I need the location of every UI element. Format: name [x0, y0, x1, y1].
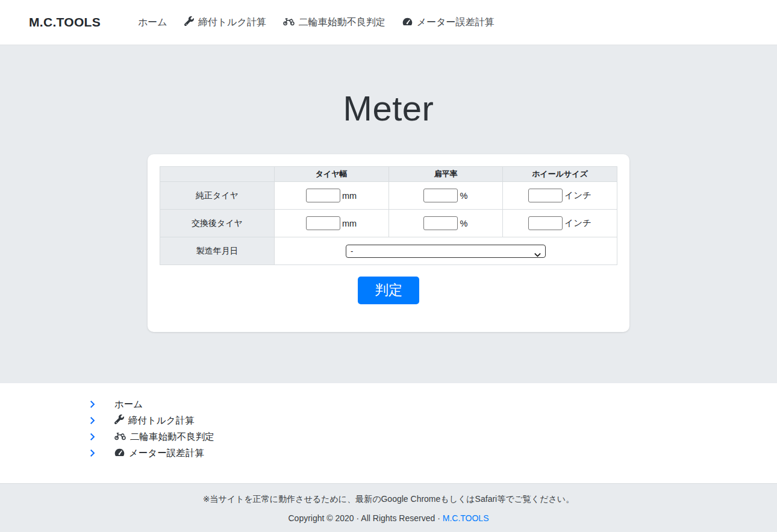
footer-nav-item-motorcycle-check: 二輪車始動不良判定: [90, 429, 777, 445]
header-aspect-ratio: 扁平率: [388, 167, 503, 182]
unit-label: インチ: [564, 190, 591, 201]
footer-nav-list: ホーム 締付トルク計算 二輪車始動不良判定: [0, 396, 777, 462]
bottom-footer: ※当サイトを正常に動作させるために、最新のGoogle ChromeもしくはSa…: [0, 483, 777, 532]
footer-nav-item-meter: メーター誤差計算: [90, 445, 777, 462]
copyright-brand-link[interactable]: M.C.TOOLS: [443, 513, 489, 523]
unit-label: %: [460, 219, 467, 228]
nav-item-torque[interactable]: 締付トルク計算: [184, 16, 266, 29]
footer-link-meter[interactable]: メーター誤差計算: [114, 447, 204, 460]
motorcycle-icon: [114, 431, 126, 443]
copyright-text: Copyright © 2020 · All Rights Reserved ·: [289, 513, 443, 523]
nav-item-label: 二輪車始動不良判定: [299, 16, 385, 29]
footer-nav-section: ホーム 締付トルク計算 二輪車始動不良判定: [0, 383, 777, 483]
header-wheel-size: ホイールサイズ: [503, 167, 617, 182]
row-label-replacement-tire: 交換後タイヤ: [160, 210, 275, 237]
hero-section: Meter タイヤ幅 扁平率 ホイールサイズ 純正タイヤ mm: [0, 45, 777, 383]
footer-link-torque[interactable]: 締付トルク計算: [114, 415, 195, 427]
replacement-tire-width-input[interactable]: [306, 216, 340, 230]
angle-right-icon: [90, 417, 114, 424]
table-row-manufacture-date: 製造年月日 -: [160, 237, 617, 265]
tire-spec-table: タイヤ幅 扁平率 ホイールサイズ 純正タイヤ mm: [160, 166, 617, 265]
unit-label: mm: [342, 191, 357, 201]
unit-label: インチ: [564, 217, 591, 229]
header-empty-cell: [160, 167, 275, 182]
wrench-icon: [114, 415, 124, 427]
nav-item-label: ホーム: [138, 16, 167, 29]
manufacture-date-select-wrap: -: [346, 245, 546, 258]
footer-link-home[interactable]: ホーム: [114, 398, 143, 411]
angle-right-icon: [90, 401, 114, 408]
unit-label: mm: [342, 219, 357, 228]
nav-item-label: メーター誤差計算: [417, 16, 495, 29]
stock-tire-aspect-input[interactable]: [423, 189, 458, 202]
stock-tire-width-input[interactable]: [306, 189, 340, 202]
browser-notice: ※当サイトを正常に動作させるために、最新のGoogle ChromeもしくはSa…: [0, 494, 777, 505]
unit-label: %: [460, 191, 467, 201]
footer-nav-item-torque: 締付トルク計算: [90, 413, 777, 429]
tachometer-icon: [402, 17, 413, 28]
tachometer-icon: [114, 448, 125, 459]
footer-link-motorcycle-check[interactable]: 二輪車始動不良判定: [114, 431, 214, 443]
header-tire-width: タイヤ幅: [274, 167, 388, 182]
replacement-wheel-size-input[interactable]: [528, 216, 563, 230]
table-row-stock-tire: 純正タイヤ mm %: [160, 182, 617, 210]
table-row-replacement-tire: 交換後タイヤ mm %: [160, 210, 617, 237]
meter-form-card: タイヤ幅 扁平率 ホイールサイズ 純正タイヤ mm: [148, 154, 629, 332]
nav-item-label: 締付トルク計算: [198, 16, 266, 29]
angle-right-icon: [90, 433, 114, 440]
replacement-tire-aspect-input[interactable]: [423, 216, 458, 230]
angle-right-icon: [90, 449, 114, 457]
main-nav: ホーム 締付トルク計算 二輪車始動不良判定 メーター誤差計算: [138, 16, 495, 29]
stock-wheel-size-input[interactable]: [528, 189, 563, 202]
nav-item-motorcycle-check[interactable]: 二輪車始動不良判定: [283, 16, 385, 29]
footer-nav-item-home: ホーム: [90, 396, 777, 413]
copyright-line: Copyright © 2020 · All Rights Reserved ·…: [0, 513, 777, 523]
row-label-manufacture-date: 製造年月日: [160, 237, 275, 265]
top-navbar: M.C.TOOLS ホーム 締付トルク計算 二輪車始動不良判定 メーター誤差計算: [0, 0, 777, 45]
table-header-row: タイヤ幅 扁平率 ホイールサイズ: [160, 167, 617, 182]
nav-item-home[interactable]: ホーム: [138, 16, 167, 29]
page-title: Meter: [0, 91, 777, 126]
brand-logo[interactable]: M.C.TOOLS: [29, 15, 101, 30]
manufacture-date-select[interactable]: -: [346, 245, 546, 258]
wrench-icon: [184, 16, 194, 28]
motorcycle-icon: [283, 17, 295, 28]
judge-button[interactable]: 判定: [358, 277, 419, 304]
nav-item-meter[interactable]: メーター誤差計算: [402, 16, 495, 29]
row-label-stock-tire: 純正タイヤ: [160, 182, 275, 210]
